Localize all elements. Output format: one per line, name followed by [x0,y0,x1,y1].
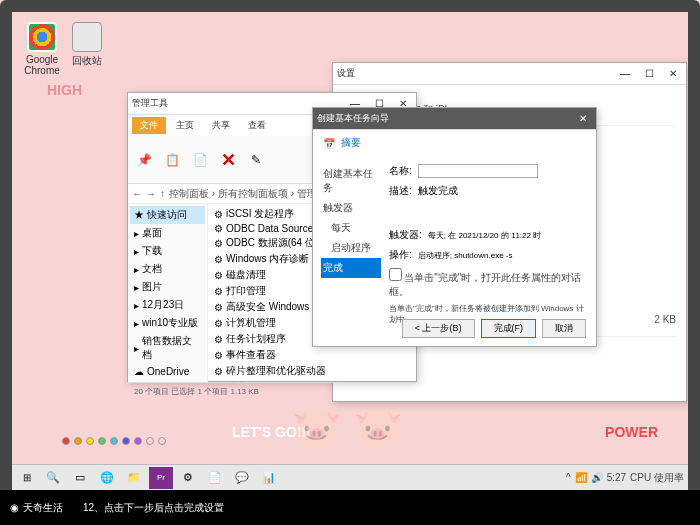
volume-icon[interactable]: 🔊 [591,472,603,483]
tab-view[interactable]: 查看 [240,117,274,134]
recycle-icon [72,22,102,52]
nav-item[interactable]: ▸ 桌面 [130,224,205,242]
wizard-title: 创建基本任务向导 [317,112,389,125]
chrome-icon [27,22,57,52]
wizard-icon: 📅 [323,138,335,149]
nav-item[interactable]: ▸ 12月23日 [130,296,205,314]
open-properties-checkbox[interactable] [389,268,402,281]
action-value: 启动程序; shutdown.exe -s [418,250,513,261]
nav-item[interactable]: ▸ 图片 [130,278,205,296]
app-icon[interactable]: 📄 [203,467,227,489]
wallpaper-text-high: HIGH [47,82,82,98]
tab-home[interactable]: 主页 [168,117,202,134]
tray-label: CPU 使用率 [630,471,684,485]
nav-item[interactable]: ▸ 下载 [130,242,205,260]
step-daily: 每天 [321,218,381,238]
desc-value: 触发完成 [418,184,458,198]
wizard-titlebar[interactable]: 创建基本任务向导 ✕ [313,108,596,130]
icon-label: Google Chrome [22,54,62,76]
nav-item[interactable]: ▸ 销售数据文档 [130,332,205,364]
copy-icon[interactable]: 📋 [160,148,184,172]
forward-icon[interactable]: → [146,188,156,199]
wallpaper-pigs: 🐷 🐷 [292,403,403,450]
wizard-header: 摘要 [341,136,361,150]
wizard-content: 名称: 描述: 触发完成 触发器: 每天; 在 2021/12/20 的 11:… [389,164,588,336]
nav-item[interactable]: ▸ win10专业版 [130,314,205,332]
finish-button[interactable]: 完成(F) [481,319,537,338]
file-item[interactable]: ⚙ 碎片整理和优化驱动器 [210,363,414,379]
back-icon[interactable]: ← [132,188,142,199]
trigger-value: 每天; 在 2021/12/20 的 11:22 时 [428,230,541,241]
file-item[interactable]: ⚙ 系统配置 [210,379,414,382]
close-button[interactable]: ✕ [574,111,592,127]
app-icon[interactable]: 📊 [257,467,281,489]
name-input[interactable] [418,164,538,178]
back-button[interactable]: < 上一步(B) [402,319,475,338]
start-button[interactable]: ⊞ [16,467,38,489]
pin-icon[interactable]: 📌 [132,148,156,172]
app-icon[interactable]: ⚙ [176,467,200,489]
nav-thispc[interactable]: 💻 此电脑 [130,379,205,382]
nav-pane[interactable]: ★ 快速访问 ▸ 桌面 ▸ 下载 ▸ 文档 ▸ 图片 ▸ 12月23日 ▸ wi… [128,204,208,382]
tray-up-icon[interactable]: ^ [566,472,571,483]
nav-item[interactable]: ▸ 文档 [130,260,205,278]
minimize-button[interactable]: — [616,66,634,82]
paste-icon[interactable]: 📄 [188,148,212,172]
task-wizard-window[interactable]: 创建基本任务向导 ✕ 📅 摘要 创建基本任务 触发器 每天 启动程序 完成 名称… [312,107,597,347]
delete-icon[interactable]: ✕ [216,148,240,172]
cancel-button[interactable]: 取消 [542,319,586,338]
action-label: 操作: [389,248,412,262]
network-icon[interactable]: 📶 [575,472,587,483]
up-icon[interactable]: ↑ [160,188,165,199]
app-icon[interactable]: 💬 [230,467,254,489]
file-item[interactable]: ⚙ 事件查看器 [210,347,414,363]
chrome-shortcut[interactable]: Google Chrome [22,22,62,76]
name-label: 名称: [389,164,412,178]
step-trigger: 触发器 [321,198,381,218]
clock[interactable]: 5:27 [607,472,626,483]
explorer-icon[interactable]: 📁 [122,467,146,489]
settings-titlebar[interactable]: 设置 — ☐ ✕ [333,63,686,85]
step-action: 启动程序 [321,238,381,258]
search-icon[interactable]: 🔍 [41,467,65,489]
maximize-button[interactable]: ☐ [640,66,658,82]
wallpaper-dots [62,437,166,445]
step-create: 创建基本任务 [321,164,381,198]
watermark: ◉ 天奇生活 [10,501,63,515]
edge-icon[interactable]: 🌐 [95,467,119,489]
settings-title: 设置 [337,67,355,80]
nav-onedrive[interactable]: ☁ OneDrive [130,364,205,379]
statusbar: 20 个项目 已选择 1 个项目 1.13 KB [128,382,416,400]
checkbox-label: 当单击"完成"时，打开此任务属性的对话框。 [389,272,581,297]
taskbar[interactable]: ⊞ 🔍 ▭ 🌐 📁 Pr ⚙ 📄 💬 📊 ^ 📶 🔊 5:27 CPU 使用率 [12,464,688,490]
tab-file[interactable]: 文件 [132,117,166,134]
trigger-label: 触发器: [389,228,422,242]
caption-bar: ◉ 天奇生活 12、点击下一步后点击完成设置 [0,490,700,525]
tab-share[interactable]: 共享 [204,117,238,134]
task-view-icon[interactable]: ▭ [68,467,92,489]
icon-label: 回收站 [67,54,107,68]
step-finish: 完成 [321,258,381,278]
desc-label: 描述: [389,184,412,198]
recycle-bin[interactable]: 回收站 [67,22,107,68]
system-tray[interactable]: ^ 📶 🔊 5:27 CPU 使用率 [566,471,684,485]
nav-quickaccess[interactable]: ★ 快速访问 [130,206,205,224]
wallpaper-text-power: POWER [605,424,658,440]
explorer-title: 管理工具 [132,97,168,110]
watermark-icon: ◉ [10,502,19,513]
wizard-steps: 创建基本任务 触发器 每天 启动程序 完成 [321,164,381,336]
caption-text: 12、点击下一步后点击完成设置 [83,501,224,515]
app-icon[interactable]: Pr [149,467,173,489]
close-button[interactable]: ✕ [664,66,682,82]
rename-icon[interactable]: ✎ [244,148,268,172]
